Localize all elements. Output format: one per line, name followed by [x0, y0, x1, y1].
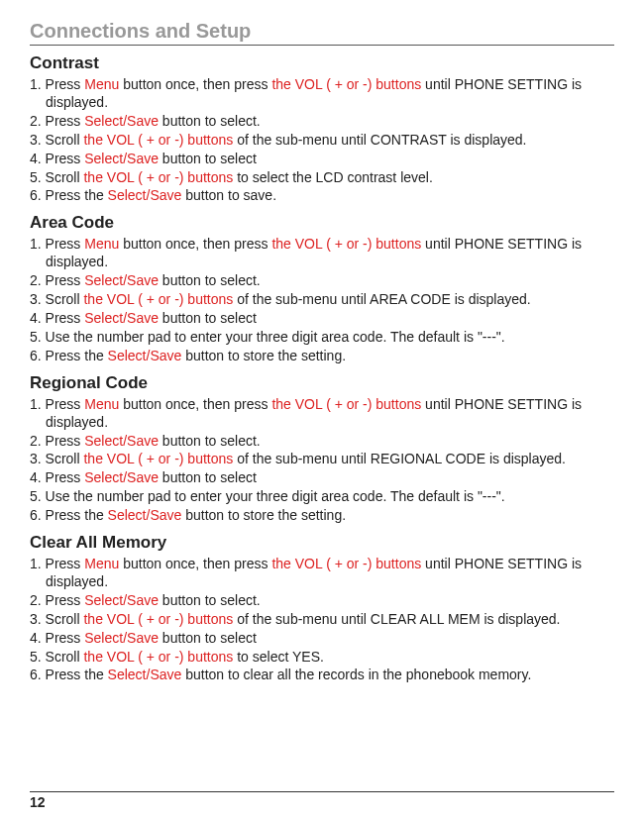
step-text: button to select	[159, 469, 257, 485]
step-item: 6. Press the Select/Save button to store…	[30, 507, 614, 525]
step-item: 5. Scroll the VOL ( + or -) buttons to s…	[30, 169, 614, 187]
step-highlight: Select/Save	[84, 433, 159, 449]
step-item: 2. Press Select/Save button to select.	[30, 433, 614, 451]
step-text: of the sub-menu until AREA CODE is displ…	[233, 291, 530, 307]
step-text: 3. Scroll	[30, 451, 83, 466]
step-highlight: the VOL ( + or -) buttons	[83, 169, 233, 185]
step-item: 6. Press the Select/Save button to clear…	[30, 667, 614, 684]
step-highlight: Select/Save	[84, 630, 159, 646]
step-highlight: the VOL ( + or -) buttons	[271, 236, 421, 252]
step-highlight: Select/Save	[84, 151, 159, 166]
step-text: 5. Scroll	[30, 649, 83, 665]
section-title: Area Code	[30, 213, 614, 233]
step-highlight: the VOL ( + or -) buttons	[271, 556, 421, 571]
step-highlight: the VOL ( + or -) buttons	[83, 611, 233, 627]
step-item: 3. Scroll the VOL ( + or -) buttons of t…	[30, 451, 614, 468]
step-list: 1. Press Menu button once, then press th…	[30, 396, 614, 525]
step-text: to select the LCD contrast level.	[233, 169, 433, 185]
step-text: of the sub-menu until CLEAR ALL MEM is d…	[233, 611, 560, 627]
step-text: to select YES.	[233, 649, 324, 665]
step-highlight: Select/Save	[108, 348, 182, 363]
step-highlight: Select/Save	[84, 469, 159, 485]
step-text: 3. Scroll	[30, 132, 83, 148]
step-text: button to select	[159, 151, 257, 166]
step-text: 2. Press	[30, 433, 84, 449]
step-highlight: the VOL ( + or -) buttons	[83, 451, 233, 466]
step-item: 2. Press Select/Save button to select.	[30, 272, 614, 290]
step-text: of the sub-menu until CONTRAST is displa…	[233, 132, 526, 148]
step-highlight: Select/Save	[84, 592, 159, 608]
footer-line	[30, 791, 614, 792]
step-text: 3. Scroll	[30, 291, 83, 307]
sections-container: Contrast1. Press Menu button once, then …	[30, 53, 614, 684]
step-text: 4. Press	[30, 310, 84, 326]
step-item: 5. Scroll the VOL ( + or -) buttons to s…	[30, 649, 614, 667]
step-highlight: Select/Save	[108, 187, 182, 203]
step-highlight: Select/Save	[108, 507, 182, 523]
step-text: 5. Scroll	[30, 169, 83, 185]
step-item: 5. Use the number pad to enter your thre…	[30, 329, 614, 347]
step-item: 3. Scroll the VOL ( + or -) buttons of t…	[30, 611, 614, 629]
step-item: 1. Press Menu button once, then press th…	[30, 236, 614, 271]
step-highlight: Menu	[84, 556, 119, 571]
step-text: 2. Press	[30, 272, 84, 288]
step-item: 1. Press Menu button once, then press th…	[30, 556, 614, 591]
step-text: 5. Use the number pad to enter your thre…	[30, 488, 505, 504]
step-item: 3. Scroll the VOL ( + or -) buttons of t…	[30, 132, 614, 150]
step-text: button to store the setting.	[181, 507, 346, 523]
step-list: 1. Press Menu button once, then press th…	[30, 556, 614, 684]
step-item: 3. Scroll the VOL ( + or -) buttons of t…	[30, 291, 614, 309]
step-highlight: the VOL ( + or -) buttons	[83, 132, 233, 148]
step-highlight: the VOL ( + or -) buttons	[83, 649, 233, 665]
step-text: button to select	[159, 630, 257, 646]
step-text: 2. Press	[30, 592, 84, 608]
step-highlight: the VOL ( + or -) buttons	[83, 291, 233, 307]
step-text: 1. Press	[30, 76, 84, 92]
step-highlight: Menu	[84, 396, 119, 412]
step-item: 6. Press the Select/Save button to save.	[30, 187, 614, 205]
step-highlight: the VOL ( + or -) buttons	[271, 76, 421, 92]
step-text: button to select	[159, 310, 257, 326]
section-title: Regional Code	[30, 373, 614, 393]
step-text: 1. Press	[30, 236, 84, 252]
step-highlight: Select/Save	[84, 272, 159, 288]
step-text: button to select.	[159, 433, 261, 449]
step-text: button once, then press	[119, 396, 271, 412]
page-number: 12	[30, 794, 46, 810]
step-highlight: Menu	[84, 76, 119, 92]
step-item: 4. Press Select/Save button to select	[30, 469, 614, 487]
step-highlight: Select/Save	[84, 113, 159, 129]
step-item: 2. Press Select/Save button to select.	[30, 592, 614, 610]
step-text: 6. Press the	[30, 348, 108, 363]
step-text: 6. Press the	[30, 667, 108, 682]
step-item: 4. Press Select/Save button to select	[30, 630, 614, 648]
step-text: 1. Press	[30, 556, 84, 571]
step-text: button to select.	[159, 113, 261, 129]
step-text: button once, then press	[119, 236, 271, 252]
step-text: 1. Press	[30, 396, 84, 412]
step-item: 1. Press Menu button once, then press th…	[30, 76, 614, 112]
step-text: 4. Press	[30, 630, 84, 646]
step-highlight: Select/Save	[108, 667, 182, 682]
step-item: 5. Use the number pad to enter your thre…	[30, 488, 614, 506]
step-text: 3. Scroll	[30, 611, 83, 627]
step-text: 4. Press	[30, 469, 84, 485]
step-text: button to clear all the records in the p…	[181, 667, 531, 682]
step-text: button to store the setting.	[181, 348, 346, 363]
step-text: button to select.	[159, 592, 261, 608]
chapter-title: Connections and Setup	[30, 20, 614, 46]
step-highlight: the VOL ( + or -) buttons	[271, 396, 421, 412]
step-item: 2. Press Select/Save button to select.	[30, 113, 614, 131]
step-item: 4. Press Select/Save button to select	[30, 151, 614, 168]
step-item: 4. Press Select/Save button to select	[30, 310, 614, 328]
step-list: 1. Press Menu button once, then press th…	[30, 76, 614, 205]
step-text: button to select.	[159, 272, 261, 288]
section-title: Clear All Memory	[30, 533, 614, 553]
step-highlight: Select/Save	[84, 310, 159, 326]
step-text: 6. Press the	[30, 507, 108, 523]
step-text: button to save.	[181, 187, 276, 203]
step-item: 1. Press Menu button once, then press th…	[30, 396, 614, 432]
step-text: 4. Press	[30, 151, 84, 166]
step-text: 2. Press	[30, 113, 84, 129]
step-list: 1. Press Menu button once, then press th…	[30, 236, 614, 364]
